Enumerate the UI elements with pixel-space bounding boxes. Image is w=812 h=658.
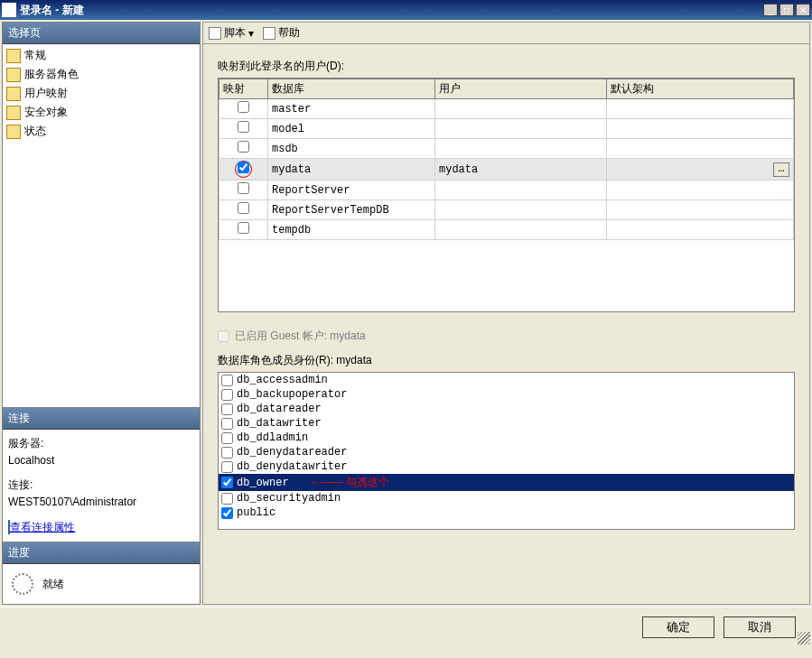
role-item[interactable]: db_denydatawriter [219,459,794,474]
resize-grip[interactable] [798,632,810,644]
role-checkbox[interactable] [221,461,233,473]
table-row[interactable]: master [219,99,794,119]
col-database[interactable]: 数据库 [268,79,435,99]
user-cell[interactable] [435,99,607,119]
nav-list: 常规 服务器角色 用户映射 安全对象 状态 [3,44,200,143]
map-cell[interactable] [219,119,268,139]
minimize-button[interactable]: _ [763,4,778,16]
db-cell[interactable]: mydata [268,159,435,181]
progress-body: 就绪 [3,564,200,604]
schema-cell[interactable] [607,220,794,240]
map-cell[interactable] [219,200,268,220]
map-checkbox[interactable] [238,182,249,194]
table-row[interactable]: model [219,119,794,139]
role-checkbox[interactable] [221,477,233,488]
db-cell[interactable]: msdb [268,139,435,159]
nav-general[interactable]: 常规 [3,46,200,65]
col-map[interactable]: 映射 [219,79,268,99]
page-icon [6,106,21,120]
maximize-button[interactable]: □ [779,4,794,16]
cancel-button[interactable]: 取消 [723,616,796,638]
select-page-header: 选择页 [3,23,200,44]
window-title: 登录名 - 新建 [20,3,763,18]
nav-server-roles[interactable]: 服务器角色 [3,65,200,84]
help-label: 帮助 [278,25,300,41]
role-item[interactable]: db_datawriter [219,416,794,431]
role-item[interactable]: db_securityadmin [219,491,794,505]
close-button[interactable]: ✕ [796,4,810,16]
map-cell[interactable] [219,220,268,240]
guest-label: 已启用 Guest 帐户: mydata [235,329,366,344]
map-cell[interactable] [219,139,268,159]
schema-cell[interactable]: … [607,159,794,181]
schema-cell[interactable] [607,139,794,159]
nav-status[interactable]: 状态 [3,122,200,141]
map-checkbox[interactable] [238,222,249,234]
nav-user-mapping[interactable]: 用户映射 [3,84,200,103]
db-cell[interactable]: tempdb [268,220,435,240]
progress-header: 进度 [3,542,200,564]
role-checkbox[interactable] [221,493,233,505]
col-user[interactable]: 用户 [435,79,607,99]
nav-label: 用户映射 [24,86,68,101]
user-cell[interactable]: mydata [435,159,607,181]
db-cell[interactable]: ReportServerTempDB [268,200,435,220]
script-button[interactable]: 脚本 ▾ [209,25,254,41]
user-cell[interactable] [435,139,607,159]
user-cell[interactable] [435,200,607,220]
map-checkbox[interactable] [238,202,249,214]
db-cell[interactable]: master [268,99,435,119]
role-name: db_datareader [237,403,322,415]
table-row[interactable]: mydatamydata… [219,159,794,181]
schema-cell[interactable] [607,119,794,139]
map-checkbox[interactable] [238,141,249,153]
role-checkbox[interactable] [221,375,233,386]
view-connection-link[interactable]: 查看连接属性 [10,521,75,533]
page-icon [6,87,21,101]
window-buttons: _ □ ✕ [763,4,810,16]
bottom-bar: 确定 取消 [0,607,812,646]
role-checkbox[interactable] [221,507,233,519]
role-item[interactable]: db_backupoperator [219,387,794,402]
map-checkbox[interactable] [238,101,249,113]
toolbar: 脚本 ▾ 帮助 [202,22,810,44]
user-cell[interactable] [435,119,607,139]
schema-cell[interactable] [607,200,794,220]
ok-button[interactable]: 确定 [642,616,714,638]
role-item[interactable]: db_ddladmin [219,431,794,445]
nav-securables[interactable]: 安全对象 [3,103,200,122]
schema-cell[interactable] [607,181,794,200]
role-item[interactable]: db_datareader [219,402,794,416]
user-cell[interactable] [435,181,607,200]
role-item[interactable]: db_owner←—— 勾选这个 [219,474,794,491]
col-schema[interactable]: 默认架构 [607,79,794,99]
role-checkbox[interactable] [221,389,233,401]
db-cell[interactable]: model [268,119,435,139]
table-row[interactable]: msdb [219,139,794,159]
page-icon [6,68,21,82]
role-checkbox[interactable] [221,418,233,430]
role-item[interactable]: public [219,505,794,520]
nav-label: 安全对象 [24,105,68,120]
map-cell[interactable] [219,99,268,119]
map-cell[interactable] [219,181,268,200]
view-connection-props[interactable]: 查看连接属性 [8,519,194,536]
role-checkbox[interactable] [221,447,233,459]
table-row[interactable]: tempdb [219,220,794,240]
user-cell[interactable] [435,220,607,240]
map-checkbox[interactable] [238,121,249,133]
help-button[interactable]: 帮助 [263,25,300,41]
role-item[interactable]: db_accessadmin [219,373,794,387]
help-icon [263,27,275,40]
browse-schema-button[interactable]: … [773,162,789,177]
role-checkbox[interactable] [221,403,233,415]
role-name: db_denydatareader [237,446,347,459]
table-row[interactable]: ReportServer [219,181,794,200]
db-cell[interactable]: ReportServer [268,181,435,200]
map-cell[interactable] [219,159,268,181]
role-item[interactable]: db_denydatareader [219,445,794,459]
role-checkbox[interactable] [221,432,233,444]
table-row[interactable]: ReportServerTempDB [219,200,794,220]
schema-cell[interactable] [607,99,794,119]
map-checkbox[interactable] [238,162,249,173]
